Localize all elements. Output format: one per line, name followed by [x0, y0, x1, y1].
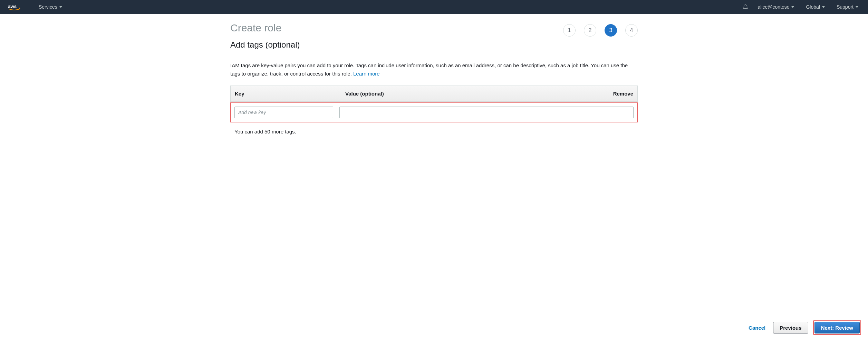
aws-logo[interactable]: aws: [7, 3, 26, 10]
description-text: IAM tags are key-value pairs you can add…: [230, 62, 628, 77]
wizard-steps: 1 2 3 4: [563, 24, 638, 37]
table-row: [233, 105, 635, 120]
step-2[interactable]: 2: [584, 24, 596, 37]
tag-value-input[interactable]: [339, 107, 634, 118]
services-label: Services: [39, 4, 57, 10]
step-4[interactable]: 4: [625, 24, 638, 37]
region-menu[interactable]: Global: [803, 4, 827, 10]
services-menu[interactable]: Services: [36, 4, 65, 10]
top-nav: aws Services alice@contoso Global Suppor…: [0, 0, 868, 14]
chevron-down-icon: [822, 6, 825, 8]
remove-column-header: Remove: [602, 91, 633, 97]
support-label: Support: [837, 4, 853, 10]
page-title: Create role: [230, 22, 300, 34]
page-header: Create role Add tags (optional) 1 2 3 4: [230, 22, 638, 57]
step-1[interactable]: 1: [563, 24, 576, 37]
tags-table: Key Value (optional) Remove: [230, 86, 638, 102]
account-menu[interactable]: alice@contoso: [755, 4, 797, 10]
chevron-down-icon: [856, 6, 858, 8]
region-label: Global: [806, 4, 820, 10]
support-menu[interactable]: Support: [834, 4, 861, 10]
tags-table-header: Key Value (optional) Remove: [231, 86, 637, 102]
tag-key-input[interactable]: [234, 107, 333, 118]
chevron-down-icon: [59, 6, 62, 8]
bell-icon: [742, 3, 749, 10]
key-column-header: Key: [235, 91, 345, 97]
step-3[interactable]: 3: [605, 24, 617, 37]
chevron-down-icon: [791, 6, 794, 8]
page-subtitle: Add tags (optional): [230, 40, 300, 50]
nav-right: alice@contoso Global Support: [742, 3, 861, 11]
main-content: Create role Add tags (optional) 1 2 3 4 …: [223, 14, 645, 134]
value-column-header: Value (optional): [345, 91, 602, 97]
tag-row-highlight: [230, 102, 638, 122]
svg-text:aws: aws: [8, 4, 17, 9]
notifications-button[interactable]: [742, 3, 749, 11]
tags-remaining-hint: You can add 50 more tags.: [234, 129, 638, 134]
account-label: alice@contoso: [758, 4, 789, 10]
page-description: IAM tags are key-value pairs you can add…: [230, 61, 638, 78]
learn-more-link[interactable]: Learn more: [353, 71, 380, 77]
